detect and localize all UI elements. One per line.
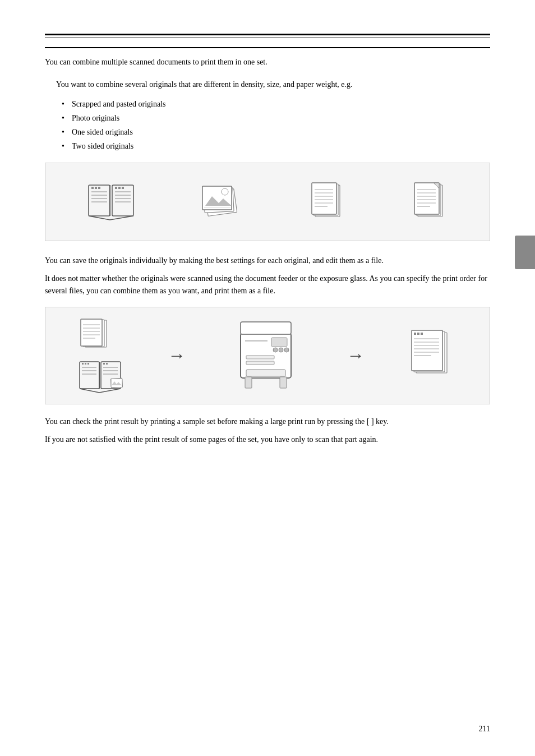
- usecase-description: You want to combine several originals th…: [56, 79, 490, 91]
- svg-rect-78: [246, 356, 274, 359]
- svg-rect-7: [91, 187, 94, 189]
- svg-point-73: [279, 348, 283, 352]
- body-text-2: It does not matter whether the originals…: [45, 273, 490, 298]
- photo-icon: [200, 181, 245, 223]
- svg-rect-84: [417, 333, 419, 335]
- bullet-item: Scrapped and pasted originals: [62, 97, 490, 111]
- bullet-list: Scrapped and pasted originalsPhoto origi…: [62, 97, 490, 154]
- bullet-item: One sided originals: [62, 125, 490, 139]
- svg-rect-68: [241, 322, 291, 334]
- header-line-thin: [45, 38, 490, 38]
- svg-rect-0: [89, 185, 110, 216]
- diag2-book-icon: [79, 357, 123, 394]
- svg-rect-34: [414, 183, 439, 214]
- svg-rect-8: [95, 187, 97, 189]
- svg-rect-82: [412, 330, 442, 371]
- svg-point-74: [284, 348, 289, 352]
- svg-rect-85: [421, 333, 423, 335]
- subsection-use-case: You want to combine several originals th…: [56, 79, 490, 153]
- svg-rect-16: [122, 187, 124, 189]
- illustration-box-1: [45, 163, 490, 241]
- svg-point-72: [273, 348, 278, 352]
- svg-rect-14: [115, 187, 117, 189]
- diag2-pages-icon: [79, 317, 123, 351]
- header-section: [45, 34, 490, 38]
- book-icon-group: [86, 179, 136, 224]
- svg-rect-57: [85, 363, 86, 365]
- intro-paragraph: You can combine multiple scanned documen…: [45, 56, 490, 68]
- svg-rect-71: [271, 338, 287, 347]
- papers-icon: [307, 179, 347, 224]
- svg-rect-77: [280, 377, 287, 388]
- svg-rect-79: [246, 361, 274, 365]
- section-divider: [45, 47, 490, 48]
- papers2-icon-group: [410, 179, 449, 224]
- svg-rect-56: [82, 363, 84, 365]
- svg-rect-62: [103, 363, 105, 365]
- diag2-output-icon: [409, 328, 456, 384]
- svg-rect-9: [98, 187, 100, 189]
- page: You can combine multiple scanned documen…: [0, 0, 535, 756]
- diag2-arrow-1: →: [168, 345, 186, 366]
- svg-rect-65: [111, 379, 122, 388]
- body-text-1: You can save the originals individually …: [45, 255, 490, 267]
- svg-rect-76: [245, 377, 252, 388]
- diag2-sources: [79, 317, 123, 394]
- papers-icon-group: [307, 179, 347, 224]
- svg-rect-44: [81, 319, 102, 346]
- body-text-3: You can check the print result by printi…: [45, 416, 490, 428]
- diag2-printer-icon: [229, 316, 302, 395]
- diag2-arrow-2: →: [347, 345, 365, 366]
- page-number: 211: [479, 725, 490, 734]
- svg-rect-83: [414, 333, 416, 335]
- svg-rect-15: [118, 187, 121, 189]
- bullet-item: Two sided originals: [62, 139, 490, 153]
- svg-rect-63: [106, 363, 108, 365]
- header-line-thick: [45, 34, 490, 35]
- photo-icon-group: [200, 181, 245, 223]
- book-icon: [86, 179, 136, 224]
- svg-rect-1: [112, 185, 133, 216]
- illustration-box-2: → →: [45, 307, 490, 404]
- svg-rect-50: [80, 362, 99, 389]
- bullet-item: Photo originals: [62, 111, 490, 125]
- right-tab: [515, 236, 535, 269]
- svg-rect-70: [246, 370, 285, 376]
- svg-rect-58: [87, 363, 89, 365]
- papers2-icon: [410, 179, 449, 224]
- svg-rect-75: [245, 340, 268, 342]
- body-text-4: If you are not satisfied with the print …: [45, 434, 490, 446]
- svg-rect-25: [312, 183, 336, 214]
